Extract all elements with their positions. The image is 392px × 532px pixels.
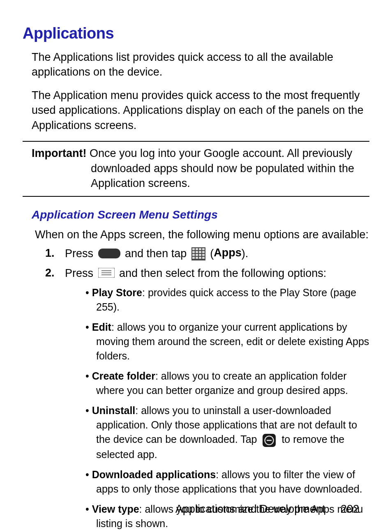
intro-paragraph-2: The Application menu provides quick acce… [32,88,369,133]
svg-rect-2 [196,248,198,250]
svg-rect-11 [199,254,201,256]
svg-rect-12 [202,254,205,256]
footer-page-number: 202 [341,503,359,515]
page-footer: Applications and Development 202 [175,503,359,516]
step-text: and then select from the following optio… [119,267,326,279]
svg-rect-14 [196,257,198,259]
svg-rect-15 [199,257,201,259]
option-name: View type [92,503,139,515]
option-edit: • Edit: allows you to organize your curr… [85,320,369,363]
step-text: and then tap [125,247,190,260]
option-uninstall: • Uninstall: allows you to uninstall a u… [85,403,369,461]
step-2: 2. Press and then select from the follow… [45,264,369,531]
option-create-folder: • Create folder: allows you to create an… [85,369,369,398]
svg-rect-3 [199,248,201,250]
step-text: Press [65,267,97,279]
svg-rect-13 [192,257,195,259]
page-heading: Applications [23,25,369,42]
step-text: ). [242,247,249,260]
home-button-icon [98,249,120,258]
svg-rect-5 [192,251,195,253]
step-1: 1. Press and then tap [45,244,369,262]
important-label: Important! [32,147,86,159]
option-name: Downloaded applications [92,469,216,480]
subheading: Application Screen Menu Settings [32,208,369,221]
menu-button-icon [98,268,115,278]
option-name: Uninstall [92,405,136,416]
option-downloaded-apps: • Downloaded applications: allows you to… [85,468,369,496]
important-text: Once you log into your Google account. A… [90,147,354,189]
subintro: When on the Apps screen, the following m… [35,227,369,242]
option-name: Create folder [92,370,155,382]
step-number: 1. [45,245,65,262]
svg-rect-7 [199,251,201,253]
svg-rect-16 [202,257,205,259]
option-play-store: • Play Store: provides quick access to t… [85,286,369,314]
svg-rect-1 [192,248,195,250]
svg-rect-8 [202,251,205,253]
apps-grid-icon [191,247,205,260]
important-note: Important! Once you log into your Google… [23,141,369,196]
options-list: • Play Store: provides quick access to t… [85,286,369,530]
footer-section: Applications and Development [175,503,325,515]
intro-paragraph-1: The Applications list provides quick acc… [32,50,369,80]
option-name: Play Store [92,287,142,298]
step-number: 2. [45,265,65,281]
steps-list: 1. Press and then tap [45,244,369,531]
remove-icon [262,433,276,447]
option-name: Edit [92,321,111,333]
svg-rect-10 [196,254,198,256]
svg-rect-9 [192,254,195,256]
option-text: : allows you to organize your current ap… [96,321,369,362]
svg-rect-4 [202,248,205,250]
svg-rect-6 [196,251,198,253]
step-text: Press [65,247,97,260]
step-text: ( [210,247,214,260]
apps-label: Apps [214,246,242,259]
